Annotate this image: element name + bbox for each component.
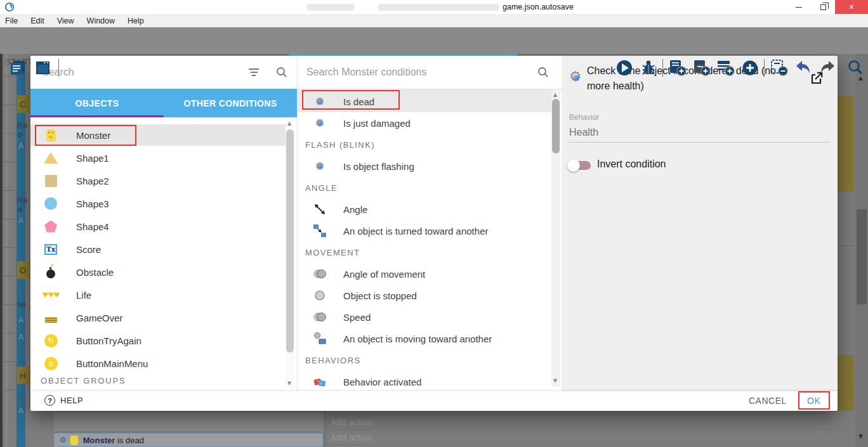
condition-row-speed[interactable]: Speed: [298, 306, 551, 328]
home-button-icon: ⌂: [43, 356, 58, 371]
condition-row-is-just-damaged[interactable]: ⚙ Is just damaged: [298, 112, 551, 134]
play-button[interactable]: [614, 59, 635, 77]
restore-icon: [820, 4, 826, 10]
turned-toward-icon: [313, 224, 327, 238]
menu-help[interactable]: Help: [121, 14, 150, 27]
add-action-link[interactable]: Add action: [327, 415, 851, 430]
condition-label: Behavior activated: [343, 377, 421, 387]
comment-event-fragment: O: [17, 261, 30, 279]
add-event-icon: [668, 59, 687, 77]
redacted-title-text: [306, 4, 355, 11]
circle-icon: [43, 196, 58, 211]
tab-objects[interactable]: OBJECTS: [30, 89, 164, 117]
redo-button[interactable]: [817, 59, 838, 77]
object-row-buttonmainmenu[interactable]: ⌂ ButtonMainMenu: [30, 353, 286, 374]
scroll-down-icon[interactable]: ▼: [553, 378, 557, 384]
condition-row-object-is-stopped[interactable]: Object is stopped: [298, 285, 551, 306]
objects-scrollbar-thumb[interactable]: [286, 129, 294, 353]
object-label: ButtonTryAgain: [76, 335, 141, 346]
conditions-scrollbar-thumb[interactable]: [552, 99, 560, 153]
annotation-box-monster: [35, 125, 136, 146]
object-label: Shape1: [76, 153, 109, 164]
menu-window[interactable]: Window: [81, 14, 121, 27]
toolbar-separator: [764, 59, 765, 77]
condition-detail-panel: ⚙ Check if the object is considered dead…: [562, 56, 838, 391]
search-icon[interactable]: [537, 66, 549, 79]
scroll-down-icon[interactable]: ▼: [858, 433, 863, 439]
help-label: HELP: [60, 396, 83, 405]
toolbar-search-button[interactable]: [845, 59, 865, 77]
debug-button[interactable]: [638, 59, 659, 77]
filter-icon[interactable]: [249, 67, 259, 78]
object-row-gameover[interactable]: GameOver: [30, 307, 286, 328]
object-label: ButtonMainMenu: [76, 358, 148, 369]
object-row-shape1[interactable]: Shape1: [30, 147, 286, 169]
selected-condition-row[interactable]: ⚙ Monster is dead: [54, 433, 323, 447]
condition-gear-icon: ⚙: [16, 392, 23, 400]
objects-search-input[interactable]: [42, 67, 249, 78]
condition-row-angle-of-movement[interactable]: Angle of movement: [298, 263, 551, 285]
add-action-link[interactable]: Add action: [327, 431, 851, 445]
search-icon[interactable]: [275, 66, 288, 79]
invert-condition-toggle[interactable]: [569, 161, 591, 170]
restore-button[interactable]: [811, 0, 835, 14]
conditions-scrollbar[interactable]: ▲ ▼: [551, 91, 560, 387]
condition-editor-dialog: OBJECTS OTHER CONDITIONS Monster Shape1 …: [30, 56, 838, 411]
toolbar-separator: [662, 59, 663, 77]
object-row-life[interactable]: ♥♥♥ Life: [30, 284, 286, 306]
menu-edit[interactable]: Edit: [24, 14, 51, 27]
condition-label: Is just damaged: [343, 118, 411, 129]
title-bar: game.json.autosave ×: [0, 0, 868, 14]
event-conditions-area[interactable]: [54, 412, 324, 431]
editor-left-edge: [0, 54, 3, 447]
condition-row-moving-toward[interactable]: An object is moving toward another: [298, 328, 551, 349]
redacted-path-text: [378, 4, 499, 11]
object-row-score[interactable]: Tx Score: [30, 238, 286, 260]
menu-view[interactable]: View: [51, 14, 81, 27]
help-button[interactable]: ? HELP: [44, 395, 83, 406]
condition-row-behavior-activated[interactable]: Behavior activated: [298, 371, 551, 391]
object-row-buttontryagain[interactable]: ↻ ButtonTryAgain: [30, 330, 286, 351]
menu-bar: File Edit View Window Help: [0, 14, 868, 27]
object-row-shape3[interactable]: Shape3: [30, 193, 286, 214]
object-row-shape4[interactable]: Shape4: [30, 216, 286, 237]
condition-row-turned-toward[interactable]: An object is turned toward another: [298, 220, 551, 242]
scene-editor-button[interactable]: [33, 59, 53, 77]
undo-button[interactable]: [793, 59, 813, 77]
minimize-button[interactable]: [787, 0, 811, 14]
triangle-icon: [43, 150, 58, 165]
condition-text: Monster is dead: [83, 436, 144, 445]
add-event-button[interactable]: [667, 59, 688, 77]
project-manager-button[interactable]: [8, 59, 29, 77]
search-icon: [846, 59, 864, 77]
window-title: game.json.autosave: [503, 3, 574, 11]
condition-row-angle[interactable]: Angle: [298, 198, 551, 220]
scroll-up-icon[interactable]: ▲: [553, 92, 557, 98]
close-button[interactable]: ×: [835, 0, 868, 14]
column-divider: [325, 411, 326, 447]
add-circle-button[interactable]: [740, 59, 760, 77]
add-comment-icon: [716, 59, 735, 77]
events-scrollbar-thumb[interactable]: [857, 209, 867, 304]
menu-file[interactable]: File: [0, 14, 24, 27]
event-text-fragment: se: [17, 299, 26, 309]
objects-scrollbar[interactable]: ▲ ▼: [286, 119, 294, 388]
conditions-search-input[interactable]: [306, 67, 537, 78]
scroll-down-icon[interactable]: ▼: [287, 380, 291, 386]
object-row-shape2[interactable]: Shape2: [30, 170, 286, 191]
section-header-angle: ANGLE: [305, 177, 546, 198]
scroll-up-icon[interactable]: ▲: [287, 120, 291, 126]
object-row-obstacle[interactable]: Obstacle: [30, 261, 286, 283]
objects-tab-bar: OBJECTS OTHER CONDITIONS: [30, 89, 297, 117]
tab-other-conditions[interactable]: OTHER CONDITIONS: [164, 89, 297, 117]
retry-button-icon: ↻: [43, 333, 58, 348]
add-subevent-button[interactable]: [692, 59, 712, 77]
delete-event-button[interactable]: [769, 59, 789, 77]
cancel-button[interactable]: CANCEL: [749, 396, 787, 406]
object-groups-header: OBJECT GROUPS: [41, 376, 126, 385]
add-comment-button[interactable]: [716, 59, 736, 77]
app-logo-icon: [4, 2, 15, 12]
condition-row-is-object-flashing[interactable]: ⚙ Is object flashing: [298, 155, 551, 177]
health-gear-icon: ⚙: [569, 70, 584, 85]
behavior-select[interactable]: Health: [569, 127, 598, 138]
